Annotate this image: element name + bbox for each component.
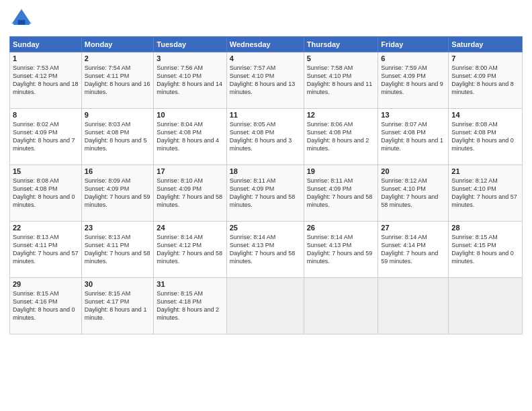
day-info: Sunrise: 8:10 AM Sunset: 4:09 PM Dayligh… xyxy=(157,177,223,210)
day-info: Sunrise: 7:54 AM Sunset: 4:11 PM Dayligh… xyxy=(85,64,151,97)
day-info: Sunrise: 8:00 AM Sunset: 4:09 PM Dayligh… xyxy=(451,64,519,97)
day-info: Sunrise: 8:07 AM Sunset: 4:08 PM Dayligh… xyxy=(381,120,445,153)
col-header-thursday: Thursday xyxy=(304,37,378,52)
day-number: 1 xyxy=(13,54,79,62)
logo-icon xyxy=(9,7,34,31)
calendar-cell: 4Sunrise: 7:57 AM Sunset: 4:10 PM Daylig… xyxy=(226,52,304,109)
day-number: 17 xyxy=(157,167,223,175)
day-number: 8 xyxy=(13,111,79,119)
day-info: Sunrise: 8:12 AM Sunset: 4:10 PM Dayligh… xyxy=(381,177,445,210)
calendar-cell: 30Sunrise: 8:15 AM Sunset: 4:17 PM Dayli… xyxy=(81,278,154,334)
calendar-cell: 15Sunrise: 8:08 AM Sunset: 4:08 PM Dayli… xyxy=(10,165,82,222)
col-header-wednesday: Wednesday xyxy=(226,37,304,52)
day-info: Sunrise: 8:06 AM Sunset: 4:08 PM Dayligh… xyxy=(307,120,375,153)
calendar-week-3: 15Sunrise: 8:08 AM Sunset: 4:08 PM Dayli… xyxy=(10,165,523,222)
day-info: Sunrise: 8:15 AM Sunset: 4:17 PM Dayligh… xyxy=(85,289,151,322)
day-number: 21 xyxy=(451,167,519,175)
day-info: Sunrise: 8:11 AM Sunset: 4:09 PM Dayligh… xyxy=(230,177,301,210)
calendar-cell: 19Sunrise: 8:11 AM Sunset: 4:09 PM Dayli… xyxy=(304,165,378,222)
day-info: Sunrise: 8:02 AM Sunset: 4:09 PM Dayligh… xyxy=(13,120,79,153)
calendar-cell: 7Sunrise: 8:00 AM Sunset: 4:09 PM Daylig… xyxy=(449,52,523,109)
day-info: Sunrise: 7:58 AM Sunset: 4:10 PM Dayligh… xyxy=(307,64,375,97)
calendar-cell: 28Sunrise: 8:15 AM Sunset: 4:15 PM Dayli… xyxy=(449,222,523,278)
calendar-cell: 31Sunrise: 8:15 AM Sunset: 4:18 PM Dayli… xyxy=(154,278,226,334)
calendar-cell: 25Sunrise: 8:14 AM Sunset: 4:13 PM Dayli… xyxy=(226,222,304,278)
day-number: 9 xyxy=(85,111,151,119)
calendar-cell: 17Sunrise: 8:10 AM Sunset: 4:09 PM Dayli… xyxy=(154,165,226,222)
day-number: 29 xyxy=(13,280,79,288)
calendar-cell: 13Sunrise: 8:07 AM Sunset: 4:08 PM Dayli… xyxy=(378,109,449,165)
day-number: 31 xyxy=(157,280,223,288)
day-number: 11 xyxy=(230,111,301,119)
day-info: Sunrise: 8:08 AM Sunset: 4:08 PM Dayligh… xyxy=(451,120,519,153)
day-number: 27 xyxy=(381,224,445,232)
page-container: SundayMondayTuesdayWednesdayThursdayFrid… xyxy=(0,0,532,341)
logo xyxy=(9,7,36,31)
day-number: 18 xyxy=(230,167,301,175)
calendar-cell xyxy=(449,278,523,334)
day-number: 12 xyxy=(307,111,375,119)
day-info: Sunrise: 7:56 AM Sunset: 4:10 PM Dayligh… xyxy=(157,64,223,97)
col-header-monday: Monday xyxy=(81,37,154,52)
calendar-cell: 21Sunrise: 8:12 AM Sunset: 4:10 PM Dayli… xyxy=(449,165,523,222)
calendar-cell: 11Sunrise: 8:05 AM Sunset: 4:08 PM Dayli… xyxy=(226,109,304,165)
day-info: Sunrise: 8:09 AM Sunset: 4:09 PM Dayligh… xyxy=(85,177,151,210)
calendar-cell: 26Sunrise: 8:14 AM Sunset: 4:13 PM Dayli… xyxy=(304,222,378,278)
day-number: 10 xyxy=(157,111,223,119)
calendar-cell: 9Sunrise: 8:03 AM Sunset: 4:08 PM Daylig… xyxy=(81,109,154,165)
col-header-sunday: Sunday xyxy=(10,37,82,52)
calendar-week-5: 29Sunrise: 8:15 AM Sunset: 4:16 PM Dayli… xyxy=(10,278,523,334)
calendar-cell xyxy=(304,278,378,334)
day-number: 16 xyxy=(85,167,151,175)
calendar-cell xyxy=(226,278,304,334)
day-info: Sunrise: 8:15 AM Sunset: 4:18 PM Dayligh… xyxy=(157,289,223,322)
header xyxy=(9,7,523,31)
calendar-header-row: SundayMondayTuesdayWednesdayThursdayFrid… xyxy=(10,37,523,52)
day-info: Sunrise: 8:05 AM Sunset: 4:08 PM Dayligh… xyxy=(230,120,301,153)
day-number: 6 xyxy=(381,54,445,62)
calendar-cell: 10Sunrise: 8:04 AM Sunset: 4:08 PM Dayli… xyxy=(154,109,226,165)
col-header-tuesday: Tuesday xyxy=(154,37,226,52)
col-header-saturday: Saturday xyxy=(449,37,523,52)
calendar-cell: 16Sunrise: 8:09 AM Sunset: 4:09 PM Dayli… xyxy=(81,165,154,222)
calendar-cell: 29Sunrise: 8:15 AM Sunset: 4:16 PM Dayli… xyxy=(10,278,82,334)
day-info: Sunrise: 8:04 AM Sunset: 4:08 PM Dayligh… xyxy=(157,120,223,153)
calendar-cell: 3Sunrise: 7:56 AM Sunset: 4:10 PM Daylig… xyxy=(154,52,226,109)
day-info: Sunrise: 8:14 AM Sunset: 4:13 PM Dayligh… xyxy=(307,233,375,266)
day-number: 7 xyxy=(451,54,519,62)
calendar-cell xyxy=(378,278,449,334)
calendar-cell: 2Sunrise: 7:54 AM Sunset: 4:11 PM Daylig… xyxy=(81,52,154,109)
calendar-cell: 14Sunrise: 8:08 AM Sunset: 4:08 PM Dayli… xyxy=(449,109,523,165)
calendar-cell: 8Sunrise: 8:02 AM Sunset: 4:09 PM Daylig… xyxy=(10,109,82,165)
day-number: 20 xyxy=(381,167,445,175)
day-info: Sunrise: 8:15 AM Sunset: 4:15 PM Dayligh… xyxy=(451,233,519,266)
col-header-friday: Friday xyxy=(378,37,449,52)
day-info: Sunrise: 8:15 AM Sunset: 4:16 PM Dayligh… xyxy=(13,289,79,322)
day-info: Sunrise: 7:59 AM Sunset: 4:09 PM Dayligh… xyxy=(381,64,445,97)
calendar-cell: 18Sunrise: 8:11 AM Sunset: 4:09 PM Dayli… xyxy=(226,165,304,222)
calendar-table: SundayMondayTuesdayWednesdayThursdayFrid… xyxy=(9,36,523,334)
day-number: 14 xyxy=(451,111,519,119)
day-number: 30 xyxy=(85,280,151,288)
day-info: Sunrise: 8:13 AM Sunset: 4:11 PM Dayligh… xyxy=(13,233,79,266)
day-info: Sunrise: 8:03 AM Sunset: 4:08 PM Dayligh… xyxy=(85,120,151,153)
day-number: 22 xyxy=(13,224,79,232)
calendar-cell: 1Sunrise: 7:53 AM Sunset: 4:12 PM Daylig… xyxy=(10,52,82,109)
calendar-week-1: 1Sunrise: 7:53 AM Sunset: 4:12 PM Daylig… xyxy=(10,52,523,109)
day-info: Sunrise: 8:08 AM Sunset: 4:08 PM Dayligh… xyxy=(13,177,79,210)
day-number: 19 xyxy=(307,167,375,175)
calendar-week-4: 22Sunrise: 8:13 AM Sunset: 4:11 PM Dayli… xyxy=(10,222,523,278)
day-number: 4 xyxy=(230,54,301,62)
calendar-cell: 12Sunrise: 8:06 AM Sunset: 4:08 PM Dayli… xyxy=(304,109,378,165)
calendar-cell: 27Sunrise: 8:14 AM Sunset: 4:14 PM Dayli… xyxy=(378,222,449,278)
day-number: 3 xyxy=(157,54,223,62)
day-info: Sunrise: 8:14 AM Sunset: 4:14 PM Dayligh… xyxy=(381,233,445,266)
day-info: Sunrise: 8:11 AM Sunset: 4:09 PM Dayligh… xyxy=(307,177,375,210)
calendar-cell: 5Sunrise: 7:58 AM Sunset: 4:10 PM Daylig… xyxy=(304,52,378,109)
calendar-cell: 20Sunrise: 8:12 AM Sunset: 4:10 PM Dayli… xyxy=(378,165,449,222)
day-number: 13 xyxy=(381,111,445,119)
day-info: Sunrise: 8:12 AM Sunset: 4:10 PM Dayligh… xyxy=(451,177,519,210)
day-number: 25 xyxy=(230,224,301,232)
day-number: 28 xyxy=(451,224,519,232)
day-info: Sunrise: 8:14 AM Sunset: 4:12 PM Dayligh… xyxy=(157,233,223,266)
